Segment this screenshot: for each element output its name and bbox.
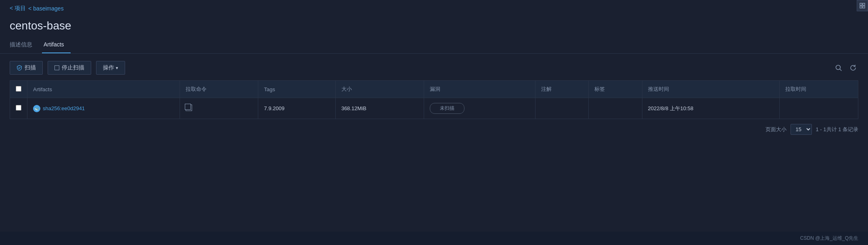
header-vulnerabilities: 漏洞: [424, 81, 535, 98]
tab-description[interactable]: 描述信息: [10, 38, 39, 53]
top-bar: < 项目 < baseimages: [0, 0, 868, 15]
row-checkbox-cell: [10, 98, 27, 119]
select-all-checkbox[interactable]: [16, 86, 21, 92]
header-pull-cmd: 拉取命令: [180, 81, 258, 98]
artifact-icon: 🐋: [33, 105, 40, 112]
toolbar: 扫描 停止扫描 操作 ▾: [0, 54, 868, 80]
shield-icon: [17, 65, 22, 71]
pagination-bar: 页面大小 15 25 50 1 - 1共计 1 条记录: [0, 119, 868, 140]
scan-button[interactable]: 扫描: [10, 61, 43, 75]
svg-rect-2: [860, 6, 862, 8]
svg-line-5: [840, 69, 841, 71]
svg-rect-0: [860, 3, 862, 5]
row-annotation-cell: [535, 98, 589, 119]
header-pull-time: 拉取时间: [780, 81, 858, 98]
page-size-select[interactable]: 15 25 50: [791, 124, 812, 135]
footer-bar: CSDN @上海_运维_Q先生: [0, 232, 868, 245]
search-icon: [835, 64, 842, 71]
header-labels: 标签: [589, 81, 642, 98]
table-row: 🐋 sha256:ee0d2941 7.9.2009 368.12MiB 未扫描…: [10, 98, 858, 119]
header-annotation: 注解: [535, 81, 589, 98]
breadcrumb: < 项目 < baseimages: [10, 5, 64, 12]
svg-rect-1: [863, 3, 865, 5]
page-size-label: 页面大小: [766, 126, 786, 133]
header-artifacts: Artifacts: [27, 81, 180, 98]
chevron-down-icon: ▾: [116, 65, 118, 71]
page-title: centos-base: [0, 15, 868, 32]
header-push-time: 推送时间: [642, 81, 780, 98]
artifacts-table-container: Artifacts 拉取命令 Tags 大小 漏洞 注解 标签 推送时间 拉取时…: [0, 80, 868, 119]
unscanned-badge: 未扫描: [430, 103, 464, 114]
expand-icon: [860, 3, 865, 8]
row-pull-time-cell: [780, 98, 858, 119]
ops-button[interactable]: 操作 ▾: [96, 61, 125, 75]
tab-artifacts[interactable]: Artifacts: [42, 38, 71, 53]
row-labels-cell: [589, 98, 642, 119]
search-button[interactable]: [833, 63, 844, 73]
top-right-button[interactable]: [857, 0, 868, 11]
header-tags: Tags: [258, 81, 335, 98]
row-artifact-cell: 🐋 sha256:ee0d2941: [27, 98, 180, 119]
stop-icon: [54, 65, 59, 70]
row-checkbox[interactable]: [16, 105, 21, 111]
row-push-time-cell: 2022/8/8 上午10:58: [642, 98, 780, 119]
stop-scan-button[interactable]: 停止扫描: [48, 61, 91, 75]
breadcrumb-project[interactable]: < 项目: [10, 5, 26, 12]
refresh-icon: [849, 64, 857, 71]
header-checkbox: [10, 81, 27, 98]
table-header-row: Artifacts 拉取命令 Tags 大小 漏洞 注解 标签 推送时间 拉取时…: [10, 81, 858, 98]
tabs-bar: 描述信息 Artifacts: [0, 38, 868, 54]
artifact-link[interactable]: 🐋 sha256:ee0d2941: [33, 105, 174, 112]
copy-icon[interactable]: [186, 105, 192, 111]
row-vulnerability-cell: 未扫描: [424, 98, 535, 119]
row-tags-cell: 7.9.2009: [258, 98, 335, 119]
artifacts-table: Artifacts 拉取命令 Tags 大小 漏洞 注解 标签 推送时间 拉取时…: [10, 80, 858, 119]
toolbar-right: [833, 63, 858, 73]
row-size-cell: 368.12MiB: [335, 98, 424, 119]
breadcrumb-baseimages[interactable]: < baseimages: [28, 5, 64, 12]
refresh-button[interactable]: [848, 63, 858, 73]
svg-rect-3: [863, 6, 865, 8]
footer-text: CSDN @上海_运维_Q先生: [800, 235, 858, 241]
row-pull-cmd-cell: [180, 98, 258, 119]
pagination-info: 1 - 1共计 1 条记录: [816, 126, 858, 133]
header-size: 大小: [335, 81, 424, 98]
